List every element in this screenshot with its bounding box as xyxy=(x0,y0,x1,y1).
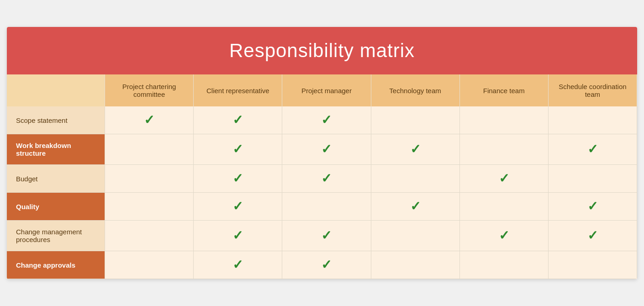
page-title: Responsibility matrix xyxy=(7,27,637,74)
checkmark-icon: ✓ xyxy=(321,142,332,156)
checkmark-icon: ✓ xyxy=(321,258,332,272)
check-cell: ✓ xyxy=(282,221,371,251)
table-row: Change approvals✓✓ xyxy=(7,251,637,279)
checkmark-icon: ✓ xyxy=(410,199,421,213)
header-col-1: Project chartering committee xyxy=(105,74,194,106)
checkmark-icon: ✓ xyxy=(321,171,332,185)
responsibility-table: Project chartering committee Client repr… xyxy=(7,74,637,279)
check-cell: ✓ xyxy=(548,221,637,251)
row-label: Change approvals xyxy=(7,251,105,279)
header-row: Project chartering committee Client repr… xyxy=(7,74,637,106)
table-row: Change management procedures✓✓✓✓ xyxy=(7,221,637,251)
checkmark-icon: ✓ xyxy=(232,171,243,185)
checkmark-icon: ✓ xyxy=(232,258,243,272)
check-cell xyxy=(459,251,548,279)
check-cell: ✓ xyxy=(282,251,371,279)
row-label: Budget xyxy=(7,165,105,193)
check-cell xyxy=(371,251,459,279)
check-cell: ✓ xyxy=(194,221,282,251)
check-cell xyxy=(105,251,194,279)
check-cell: ✓ xyxy=(194,193,282,221)
header-col-5: Finance team xyxy=(459,74,548,106)
checkmark-icon: ✓ xyxy=(144,113,154,127)
check-cell: ✓ xyxy=(194,134,282,165)
check-cell: ✓ xyxy=(548,134,637,165)
check-cell xyxy=(105,221,194,251)
checkmark-icon: ✓ xyxy=(499,228,509,243)
check-cell: ✓ xyxy=(194,106,282,134)
checkmark-icon: ✓ xyxy=(321,228,332,243)
check-cell: ✓ xyxy=(548,193,637,221)
check-cell xyxy=(371,221,459,251)
header-col-0 xyxy=(7,74,105,106)
row-label: Work breakdown structure xyxy=(7,134,105,165)
check-cell xyxy=(371,165,459,193)
checkmark-icon: ✓ xyxy=(410,142,421,156)
table-row: Scope statement✓✓✓ xyxy=(7,106,637,134)
header-col-6: Schedule coordination team xyxy=(548,74,637,106)
checkmark-icon: ✓ xyxy=(499,171,509,185)
row-label: Change management procedures xyxy=(7,221,105,251)
check-cell: ✓ xyxy=(282,134,371,165)
check-cell xyxy=(548,165,637,193)
check-cell xyxy=(105,134,194,165)
check-cell: ✓ xyxy=(105,106,194,134)
table-row: Budget✓✓✓ xyxy=(7,165,637,193)
check-cell: ✓ xyxy=(282,106,371,134)
header-col-2: Client representative xyxy=(194,74,282,106)
check-cell xyxy=(105,193,194,221)
checkmark-icon: ✓ xyxy=(232,142,243,156)
table-row: Quality✓✓✓ xyxy=(7,193,637,221)
check-cell xyxy=(459,134,548,165)
header-col-4: Technology team xyxy=(371,74,459,106)
checkmark-icon: ✓ xyxy=(232,228,243,243)
check-cell xyxy=(371,106,459,134)
checkmark-icon: ✓ xyxy=(587,228,598,243)
checkmark-icon: ✓ xyxy=(587,142,598,156)
row-label: Scope statement xyxy=(7,106,105,134)
header-col-3: Project manager xyxy=(282,74,371,106)
check-cell: ✓ xyxy=(459,165,548,193)
check-cell: ✓ xyxy=(371,193,459,221)
matrix-container: Responsibility matrix Project chartering… xyxy=(7,27,637,279)
check-cell xyxy=(282,193,371,221)
checkmark-icon: ✓ xyxy=(232,199,243,213)
check-cell xyxy=(459,193,548,221)
table-row: Work breakdown structure✓✓✓✓ xyxy=(7,134,637,165)
check-cell xyxy=(105,165,194,193)
check-cell: ✓ xyxy=(282,165,371,193)
check-cell xyxy=(459,106,548,134)
check-cell xyxy=(548,106,637,134)
check-cell: ✓ xyxy=(194,251,282,279)
checkmark-icon: ✓ xyxy=(321,113,332,127)
check-cell xyxy=(548,251,637,279)
checkmark-icon: ✓ xyxy=(587,199,598,213)
check-cell: ✓ xyxy=(371,134,459,165)
checkmark-icon: ✓ xyxy=(232,113,243,127)
row-label: Quality xyxy=(7,193,105,221)
check-cell: ✓ xyxy=(459,221,548,251)
check-cell: ✓ xyxy=(194,165,282,193)
